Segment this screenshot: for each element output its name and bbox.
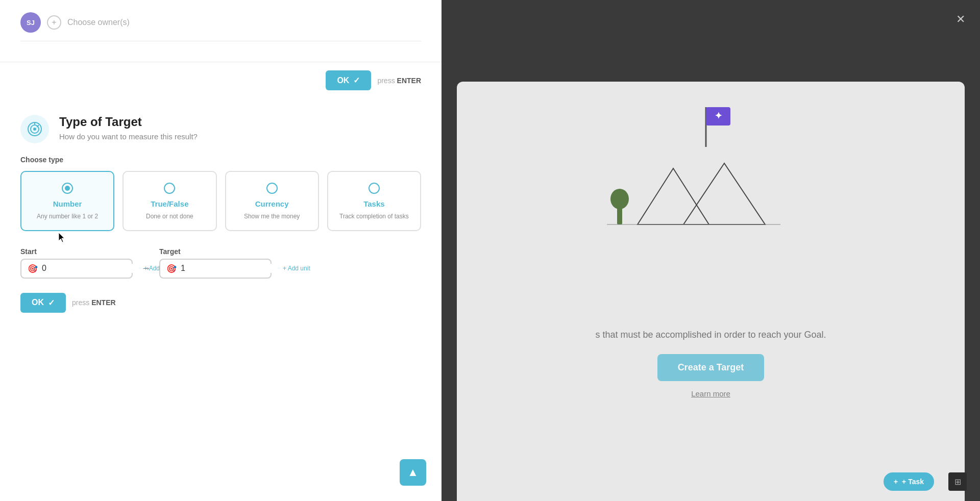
- ok-button-top[interactable]: OK ✓: [326, 70, 371, 90]
- start-label: Start: [20, 247, 133, 256]
- svg-point-6: [65, 186, 70, 191]
- grid-icon: ⊞: [954, 477, 961, 487]
- ok-label-bottom: OK: [32, 298, 44, 307]
- currency-card-desc: Show me the money: [244, 212, 300, 221]
- section-subtitle: How do you want to measure this result?: [59, 132, 198, 141]
- type-card-true-false[interactable]: True/False Done or not done: [122, 171, 216, 231]
- true-false-radio-icon: [162, 181, 177, 195]
- choose-owner-label: Choose owner(s): [67, 18, 130, 27]
- scroll-top-button[interactable]: ▲: [400, 459, 426, 486]
- svg-point-7: [164, 183, 175, 193]
- choose-type-label: Choose type: [20, 156, 421, 164]
- ok-row-top: OK ✓ press ENTER: [0, 62, 442, 98]
- type-cards-container: Number Any number like 1 or 2 True/False…: [20, 171, 421, 231]
- section-header: Type of Target How do you want to measur…: [20, 115, 421, 143]
- mountain-svg: [607, 138, 780, 230]
- press-enter-bottom: press ENTER: [72, 298, 116, 307]
- press-enter-top: press ENTER: [377, 77, 421, 85]
- svg-point-16: [610, 189, 629, 209]
- description-text: s that must be accomplished in order to …: [595, 328, 826, 342]
- tasks-radio-icon: [367, 181, 381, 195]
- owner-section: SJ + Choose owner(s): [0, 0, 442, 62]
- currency-radio-icon: [265, 181, 279, 195]
- right-panel: ✕ ✦: [442, 0, 980, 501]
- type-card-tasks[interactable]: Tasks Track completion of tasks: [327, 171, 421, 231]
- ok-row-bottom: OK ✓ press ENTER: [20, 293, 421, 313]
- task-button[interactable]: + + Task: [884, 472, 934, 491]
- owner-row: SJ + Choose owner(s): [20, 12, 421, 33]
- tasks-card-title: Tasks: [363, 199, 384, 208]
- start-field-group: Start 🎯 + Add unit: [20, 247, 133, 279]
- ok-button-bottom[interactable]: OK ✓: [20, 293, 66, 313]
- ok-label-top: OK: [337, 76, 349, 85]
- svg-point-9: [369, 183, 379, 193]
- target-bullseye-icon: 🎯: [166, 264, 177, 273]
- target-input-container[interactable]: 🎯 + Add unit: [159, 259, 272, 279]
- illustration-area: ✦ s that must be accomplished in order t…: [457, 82, 965, 501]
- task-btn-label: + Task: [902, 478, 924, 486]
- tasks-card-desc: Track completion of tasks: [339, 212, 409, 221]
- target-input[interactable]: [181, 264, 283, 273]
- svg-point-8: [267, 183, 277, 193]
- mountain-illustration: [607, 138, 780, 232]
- add-owner-button[interactable]: +: [47, 15, 61, 30]
- target-label: Target: [159, 247, 272, 256]
- create-target-button[interactable]: Create a Target: [657, 354, 765, 381]
- arrow-right-icon: →: [141, 262, 151, 274]
- svg-point-2: [33, 128, 36, 131]
- close-button[interactable]: ✕: [951, 10, 970, 29]
- number-radio-icon: [60, 181, 75, 195]
- learn-more-link[interactable]: Learn more: [691, 389, 730, 398]
- target-field-group: Target 🎯 + Add unit: [159, 247, 272, 279]
- grid-icon-button[interactable]: ⊞: [948, 472, 967, 491]
- checkmark-icon: ✓: [353, 76, 360, 85]
- illustration-text-area: s that must be accomplished in order to …: [595, 328, 826, 398]
- number-card-title: Number: [53, 199, 82, 208]
- checkmark-icon-bottom: ✓: [48, 298, 55, 308]
- start-input-container[interactable]: 🎯 + Add unit: [20, 259, 133, 279]
- svg-marker-14: [683, 163, 765, 224]
- section-title: Type of Target: [59, 115, 198, 129]
- target-add-unit-button[interactable]: + Add unit: [283, 265, 310, 272]
- start-bullseye-icon: 🎯: [28, 264, 38, 273]
- plus-task-icon: +: [894, 478, 898, 486]
- currency-card-title: Currency: [255, 199, 289, 208]
- section-text: Type of Target How do you want to measur…: [59, 115, 198, 141]
- type-card-number[interactable]: Number Any number like 1 or 2: [20, 171, 114, 231]
- target-icon-circle: [20, 115, 49, 143]
- chevron-up-icon: ▲: [407, 466, 419, 479]
- type-card-currency[interactable]: Currency Show me the money: [225, 171, 319, 231]
- avatar: SJ: [20, 12, 41, 33]
- fields-row: Start 🎯 + Add unit → Target 🎯 + Add unit: [20, 247, 421, 279]
- svg-text:✦: ✦: [714, 111, 722, 121]
- svg-marker-13: [638, 168, 709, 224]
- divider: [20, 41, 421, 41]
- start-input[interactable]: [42, 264, 144, 273]
- number-card-desc: Any number like 1 or 2: [37, 212, 98, 221]
- true-false-card-title: True/False: [151, 199, 188, 208]
- bullseye-icon: [27, 121, 42, 137]
- type-of-target-section: Type of Target How do you want to measur…: [0, 98, 442, 329]
- modal-panel: SJ + Choose owner(s) OK ✓ press ENTER: [0, 0, 442, 501]
- true-false-card-desc: Done or not done: [146, 212, 193, 221]
